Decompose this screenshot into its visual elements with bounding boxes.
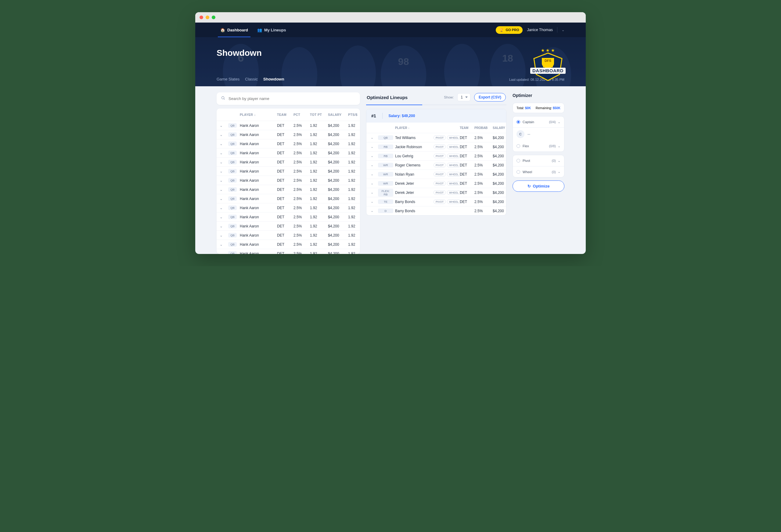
player-search[interactable] (217, 92, 360, 105)
player-totpt: 1.92 (310, 187, 327, 192)
player-name[interactable]: Hank Aaron (240, 142, 276, 146)
tab-classic[interactable]: Classic (245, 77, 258, 81)
expand-row-icon[interactable]: ⌄ (371, 154, 376, 158)
expand-row-icon[interactable]: ⌄ (220, 233, 227, 237)
lineup-player-name[interactable]: Nolan Ryan (395, 172, 432, 177)
minimize-dot-icon[interactable] (206, 15, 209, 19)
pivot-pill[interactable]: PIVOT (434, 163, 446, 167)
lcol-team[interactable]: TEAM (460, 126, 472, 130)
tab-showdown[interactable]: Showdown (263, 77, 284, 81)
lcol-salary[interactable]: SALARY (493, 126, 506, 130)
expand-row-icon[interactable]: ⌄ (220, 151, 227, 155)
player-row: ⌄QBHank AaronDET2.5%1.92$4,2001.92+ (217, 230, 360, 239)
col-player[interactable]: PLAYER ↓ (240, 113, 276, 117)
expand-row-icon[interactable]: ⌄ (220, 224, 227, 228)
position-badge: WR (378, 181, 393, 186)
expand-row-icon[interactable]: ⌄ (371, 145, 376, 149)
lcol-probab[interactable]: PROBAB (475, 126, 491, 130)
player-name[interactable]: Hank Aaron (240, 252, 276, 254)
lineup-player-name[interactable]: Barry Bonds (395, 209, 432, 213)
col-totpt[interactable]: TOT PT (310, 113, 327, 117)
user-menu-chevron-icon[interactable]: ⌄ (562, 28, 564, 32)
expand-row-icon[interactable]: ⌄ (220, 169, 227, 174)
lineup-player-name[interactable]: Derek Jeter (395, 190, 432, 195)
expand-row-icon[interactable]: ⌄ (220, 187, 227, 192)
player-name[interactable]: Hank Aaron (240, 169, 276, 174)
player-name[interactable]: Hank Aaron (240, 206, 276, 210)
expand-row-icon[interactable]: ⌄ (220, 242, 227, 247)
expand-row-icon[interactable]: ⌄ (220, 196, 227, 201)
radio-on-icon (517, 120, 520, 124)
expand-row-icon[interactable]: ⌄ (371, 190, 376, 194)
optimize-button[interactable]: ↻ Optimize (512, 180, 564, 192)
expand-row-icon[interactable]: ⌄ (371, 181, 376, 185)
wheel-pill[interactable]: WHEEL (447, 181, 461, 186)
player-name[interactable]: Hank Aaron (240, 233, 276, 237)
lineup-player-name[interactable]: Jackie Robinson (395, 145, 432, 149)
pivot-pill[interactable]: PIVOT (434, 135, 446, 140)
wheel-pill[interactable]: WHEEL (447, 153, 461, 158)
go-pro-button[interactable]: 🏆 GO PRO (496, 26, 523, 34)
expand-row-icon[interactable]: ⌄ (220, 142, 227, 146)
expand-row-icon[interactable]: ⌄ (220, 206, 227, 210)
lineup-player-name[interactable]: Roger Clemens (395, 163, 432, 167)
show-select[interactable]: 1 (457, 93, 470, 101)
pivot-pill[interactable]: PIVOT (434, 190, 446, 195)
expand-row-icon[interactable]: ⌄ (220, 133, 227, 137)
col-pct[interactable]: PCT (293, 113, 309, 117)
pivot-pill[interactable]: PIVOT (434, 144, 446, 149)
player-name[interactable]: Hank Aaron (240, 187, 276, 192)
expand-row-icon[interactable]: ⌄ (220, 252, 227, 254)
wheel-pill[interactable]: WHEEL (447, 163, 461, 167)
expand-row-icon[interactable]: ⌄ (371, 163, 376, 167)
player-name[interactable]: Hank Aaron (240, 196, 276, 201)
sort-down-icon: ↓ (254, 113, 256, 117)
expand-row-icon[interactable]: ⌄ (371, 209, 376, 213)
nav-dashboard[interactable]: 🏠 Dashboard (217, 23, 252, 37)
pivot-pill[interactable]: PIVOT (434, 200, 446, 204)
wheel-pill[interactable]: WHEEL (447, 172, 461, 177)
nav-mylineups[interactable]: 👥 My Lineups (253, 23, 290, 37)
search-input[interactable] (229, 96, 356, 101)
pivot-pill[interactable]: PIVOT (434, 181, 446, 186)
player-name[interactable]: Hank Aaron (240, 160, 276, 164)
col-pts[interactable]: PTS/$ (348, 113, 360, 117)
lineup-player-name[interactable]: Lou Gehrig (395, 154, 432, 158)
player-name[interactable]: Hank Aaron (240, 242, 276, 247)
lineup-player-name[interactable]: Derek Jeter (395, 181, 432, 186)
expand-row-icon[interactable]: ⌄ (220, 124, 227, 128)
wheel-pill[interactable]: WHEEL (447, 190, 461, 195)
expand-row-icon[interactable]: ⌄ (220, 178, 227, 183)
wheel-pill[interactable]: WHEEL (447, 144, 461, 149)
lcol-player[interactable]: PLAYER ↓ (395, 126, 432, 130)
expand-row-icon[interactable]: ⌄ (220, 160, 227, 164)
col-salary[interactable]: SALARY (328, 113, 347, 117)
optimizer-wheel-row[interactable]: Wheel (0)⌄ (513, 166, 564, 177)
optimizer-pivot-row[interactable]: Pivot (0)⌄ (513, 155, 564, 166)
pivot-pill[interactable]: PIVOT (434, 153, 446, 158)
player-name[interactable]: Hank Aaron (240, 133, 276, 137)
expand-row-icon[interactable]: ⌄ (220, 215, 227, 219)
expand-row-icon[interactable]: ⌄ (371, 172, 376, 176)
optimizer-captain-row[interactable]: Captain (0/4)⌄ (513, 117, 564, 127)
col-team[interactable]: TEAM (277, 113, 292, 117)
user-name[interactable]: Janice Thomas (527, 28, 553, 32)
wheel-pill[interactable]: WHEEL (447, 200, 461, 204)
maximize-dot-icon[interactable] (212, 15, 215, 19)
optimizer-flex-row[interactable]: Flex (0/8)⌄ (513, 140, 564, 151)
close-dot-icon[interactable] (200, 15, 203, 19)
player-name[interactable]: Hank Aaron (240, 151, 276, 155)
expand-row-icon[interactable]: ⌄ (371, 200, 376, 204)
lineup-player-name[interactable]: Ted Williams (395, 136, 432, 140)
player-name[interactable]: Hank Aaron (240, 178, 276, 183)
lineup-player-name[interactable]: Barry Bonds (395, 200, 432, 204)
player-name[interactable]: Hank Aaron (240, 215, 276, 219)
tab-game-slates[interactable]: Game Slates (217, 77, 240, 81)
export-csv-button[interactable]: Export (CSV) (474, 93, 506, 101)
player-name[interactable]: Hank Aaron (240, 224, 276, 228)
expand-row-icon[interactable]: ⌄ (371, 136, 376, 140)
pivot-pill[interactable]: PIVOT (434, 172, 446, 177)
captain-slot[interactable]: C – (513, 127, 564, 140)
wheel-pill[interactable]: WHEEL (447, 135, 461, 140)
player-name[interactable]: Hank Aaron (240, 124, 276, 128)
